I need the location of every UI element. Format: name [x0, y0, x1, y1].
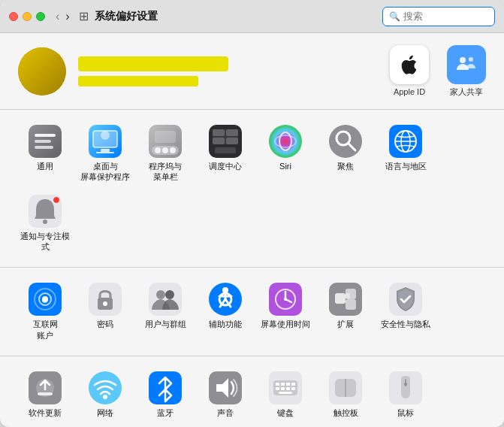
svg-rect-24: [215, 147, 236, 153]
pref-grid-1: 通用 桌面与屏幕保护程序: [15, 119, 489, 258]
pref-item-screentime[interactable]: 屏幕使用时间: [255, 277, 315, 347]
pref-item-language[interactable]: 语言与地区: [376, 119, 436, 189]
security-label: 安全性与隐私: [381, 319, 430, 329]
svg-rect-63: [346, 299, 356, 310]
avatar-image: [18, 47, 66, 95]
section-1: 通用 桌面与屏幕保护程序: [0, 110, 504, 268]
pref-item-users[interactable]: 用户与群组: [135, 277, 195, 347]
pref-item-software[interactable]: 软件更新: [15, 365, 75, 424]
notification-badge: [53, 196, 60, 204]
user-name: [78, 56, 228, 71]
pref-item-notify[interactable]: 通知与专注模式: [15, 189, 75, 259]
svg-rect-4: [35, 140, 51, 143]
svg-rect-22: [213, 138, 225, 144]
svg-rect-21: [226, 129, 238, 136]
pref-grid-3: 软件更新 网络: [15, 365, 489, 427]
window-title: 系统偏好设置: [95, 10, 158, 23]
pref-item-desktop[interactable]: 桌面与屏幕保护程序: [75, 119, 135, 189]
pref-item-spotlight[interactable]: 聚焦: [315, 119, 376, 189]
forward-button[interactable]: ›: [64, 11, 71, 23]
right-icons: Apple ID 家人共享: [390, 45, 486, 97]
pref-item-password[interactable]: 密码: [75, 277, 135, 347]
apple-id-item[interactable]: Apple ID: [390, 45, 429, 97]
bluetooth-icon: [149, 371, 182, 404]
network-label: 网络: [97, 407, 113, 418]
user-email: [78, 76, 198, 86]
svg-rect-17: [155, 131, 176, 143]
svg-point-59: [284, 298, 287, 301]
minimize-button[interactable]: [23, 12, 32, 21]
extensions-label: 扩展: [337, 319, 354, 329]
svg-rect-76: [286, 383, 290, 386]
password-icon: [89, 283, 122, 316]
siri-icon: [269, 125, 302, 158]
pref-item-sound[interactable]: 声音: [195, 365, 255, 424]
svg-rect-80: [286, 387, 290, 390]
pref-item-trackpad[interactable]: 触控板: [315, 365, 376, 424]
svg-point-14: [155, 147, 161, 153]
svg-point-46: [156, 290, 165, 299]
svg-point-44: [103, 301, 107, 306]
users-label: 用户与群组: [145, 319, 186, 329]
dock-label: 程序坞与菜单栏: [149, 161, 182, 183]
pref-item-display[interactable]: 显示器: [15, 424, 75, 427]
pref-item-siri[interactable]: Siri: [255, 119, 315, 189]
pref-item-keyboard[interactable]: 键盘: [255, 365, 315, 424]
svg-rect-82: [279, 392, 292, 394]
family-sharing-icon-box: [447, 45, 486, 84]
back-button[interactable]: ‹: [54, 11, 61, 23]
internet-icon: @: [29, 283, 62, 316]
mouse-label: 鼠标: [397, 407, 414, 418]
pref-item-accessibility[interactable]: 辅助功能: [195, 277, 255, 347]
notify-label: 通知与专注模式: [18, 231, 72, 253]
svg-rect-5: [35, 146, 53, 149]
maximize-button[interactable]: [36, 12, 45, 21]
user-section: Apple ID 家人共享: [0, 33, 504, 110]
pref-item-missioncontrol[interactable]: 调度中心: [195, 119, 255, 189]
svg-rect-61: [335, 293, 346, 304]
apple-id-icon-box: [390, 45, 429, 84]
svg-rect-77: [291, 383, 295, 386]
family-sharing-label: 家人共享: [450, 87, 483, 97]
desktop-label: 桌面与屏幕保护程序: [80, 161, 130, 183]
mouse-icon: [389, 371, 422, 404]
search-box[interactable]: 🔍: [382, 7, 495, 26]
user-info: [78, 56, 390, 86]
security-icon: [389, 283, 422, 316]
avatar[interactable]: [18, 47, 66, 95]
nav-arrows: ‹ ›: [54, 11, 71, 23]
svg-rect-23: [226, 138, 238, 144]
pref-item-security[interactable]: 安全性与隐私: [376, 277, 436, 347]
sound-label: 声音: [217, 407, 234, 418]
grid-view-icon[interactable]: ⊞: [79, 9, 89, 23]
pref-item-general[interactable]: 通用: [15, 119, 75, 189]
pref-item-extensions[interactable]: 扩展: [315, 277, 376, 347]
system-preferences-window: ‹ › ⊞ 系统偏好设置 🔍 Apple: [0, 0, 504, 427]
pref-item-internet[interactable]: @ 互联网账户: [15, 277, 75, 347]
svg-point-69: [103, 395, 107, 399]
svg-point-68: [89, 371, 122, 404]
family-sharing-icon: [454, 52, 479, 77]
close-button[interactable]: [9, 12, 18, 21]
svg-rect-75: [281, 383, 285, 386]
screentime-icon: [269, 283, 302, 316]
pref-item-mouse[interactable]: 鼠标: [376, 365, 436, 424]
section-3: 软件更新 网络: [0, 356, 504, 427]
svg-rect-3: [35, 134, 56, 137]
svg-rect-81: [291, 387, 295, 390]
svg-point-25: [269, 125, 302, 158]
language-icon: [389, 125, 422, 158]
svg-point-11: [101, 131, 110, 140]
extensions-icon: [329, 283, 362, 316]
svg-rect-74: [276, 383, 279, 386]
screentime-label: 屏幕使用时间: [261, 319, 310, 329]
search-input[interactable]: [403, 11, 488, 22]
pref-item-bluetooth[interactable]: 蓝牙: [135, 365, 195, 424]
missioncontrol-icon: [209, 125, 242, 158]
general-label: 通用: [37, 161, 53, 171]
pref-item-dock[interactable]: 程序坞与菜单栏: [135, 119, 195, 189]
pref-item-network[interactable]: 网络: [75, 365, 135, 424]
family-sharing-item[interactable]: 家人共享: [447, 45, 486, 97]
svg-point-15: [162, 147, 168, 153]
title-bar: ‹ › ⊞ 系统偏好设置 🔍: [0, 0, 504, 33]
